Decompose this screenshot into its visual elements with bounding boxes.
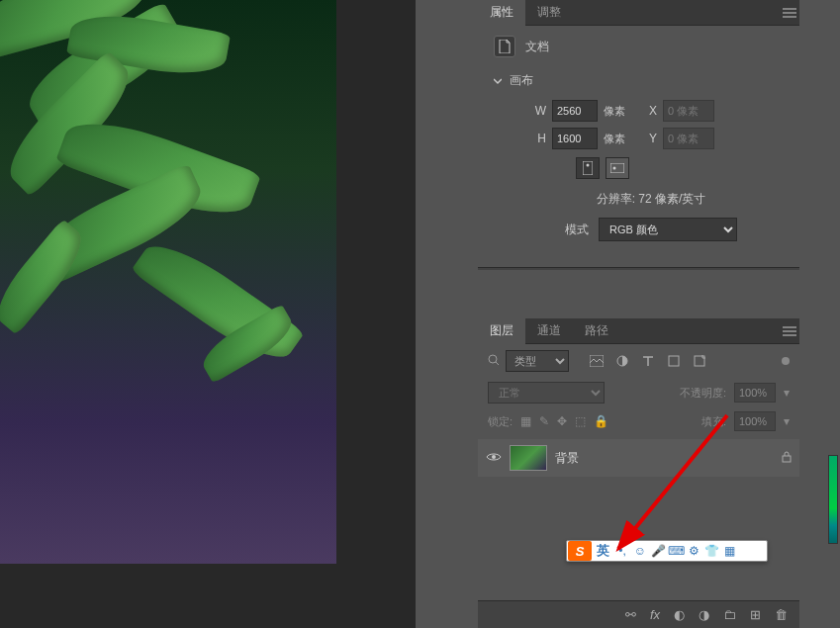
mode-label: 模式 [565, 222, 589, 238]
portrait-button[interactable] [576, 157, 600, 179]
layer-mask-icon[interactable]: ◐ [674, 607, 685, 622]
layers-footer: ⚯ fx ◐ ◑ 🗀 ⊞ 🗑 [478, 600, 799, 628]
layer-thumbnail[interactable] [510, 445, 547, 471]
layers-tabs: 图层 通道 路径 [478, 318, 799, 344]
adjustment-layer-icon[interactable]: ◑ [699, 607, 709, 622]
new-layer-icon[interactable]: ⊞ [750, 607, 761, 622]
height-label: H [528, 132, 546, 145]
canvas-section-header[interactable]: 画布 [494, 67, 784, 94]
layer-style-icon[interactable]: fx [650, 607, 660, 622]
ime-emoji-icon[interactable]: ☺ [631, 544, 649, 558]
fill-value[interactable]: 100% [734, 411, 776, 431]
ime-language[interactable]: 英 [593, 542, 613, 560]
delete-layer-icon[interactable]: 🗑 [775, 607, 788, 622]
fill-label: 填充: [701, 414, 726, 429]
color-mode-select[interactable]: RGB 颜色 [599, 218, 737, 241]
svg-rect-7 [669, 356, 679, 366]
filter-toggle[interactable] [782, 357, 790, 365]
blend-mode-select[interactable]: 正常 [488, 382, 605, 404]
filter-shape-icon[interactable] [666, 353, 682, 369]
ime-voice-icon[interactable]: 🎤 [649, 544, 667, 558]
lock-transparent-icon[interactable]: ▦ [520, 414, 531, 428]
filter-adjustment-icon[interactable] [614, 353, 630, 369]
x-label: X [639, 104, 657, 118]
y-input [663, 128, 714, 149]
svg-rect-2 [610, 163, 624, 173]
panel-menu-icon[interactable] [780, 0, 799, 26]
svg-point-9 [492, 455, 496, 459]
opacity-value[interactable]: 100% [734, 383, 776, 403]
tab-adjustments[interactable]: 调整 [525, 0, 573, 26]
filter-type-icon[interactable] [640, 353, 656, 369]
layer-lock-icon[interactable] [782, 451, 792, 466]
lock-all-icon[interactable]: 🔒 [594, 414, 608, 428]
layer-list: 背景 [478, 439, 799, 477]
lock-position-icon[interactable]: ✥ [557, 414, 567, 428]
document-canvas[interactable] [0, 0, 336, 564]
landscape-button[interactable] [606, 157, 629, 179]
ime-toolbar[interactable]: S 英 •, ☺ 🎤 ⌨ ⚙ 👕 ▦ [566, 540, 768, 562]
properties-tabs: 属性 调整 [478, 0, 799, 26]
color-indicator-bar [828, 455, 838, 544]
width-input[interactable] [552, 100, 598, 122]
filter-pixel-icon[interactable] [589, 353, 605, 369]
filter-smart-icon[interactable] [692, 353, 707, 369]
height-unit: 像素 [604, 132, 625, 146]
lock-artboard-icon[interactable]: ⬚ [575, 414, 586, 428]
link-layers-icon[interactable]: ⚯ [625, 607, 636, 622]
canvas-workspace [0, 0, 416, 628]
svg-rect-10 [783, 456, 791, 462]
lock-pixels-icon[interactable]: ✎ [539, 414, 549, 428]
document-icon [494, 36, 515, 57]
layer-row[interactable]: 背景 [478, 439, 799, 477]
layers-panel-menu-icon[interactable] [780, 318, 799, 344]
visibility-toggle-icon[interactable] [486, 451, 502, 465]
x-input [663, 100, 714, 122]
document-type-label: 文档 [525, 39, 549, 55]
ime-punct-icon[interactable]: •, [613, 544, 631, 558]
y-label: Y [639, 132, 657, 145]
ime-toolbox-icon[interactable]: ▦ [720, 544, 738, 558]
ime-settings-icon[interactable]: ⚙ [685, 544, 702, 558]
svg-point-3 [613, 167, 616, 170]
group-icon[interactable]: 🗀 [723, 607, 736, 622]
tab-channels[interactable]: 通道 [525, 318, 573, 344]
tab-paths[interactable]: 路径 [573, 318, 620, 344]
tab-properties[interactable]: 属性 [478, 0, 525, 26]
search-icon [488, 354, 500, 369]
chevron-down-icon [494, 74, 504, 88]
svg-point-1 [587, 164, 590, 167]
svg-rect-0 [583, 161, 593, 175]
ime-skin-icon[interactable]: 👕 [702, 544, 720, 558]
width-label: W [528, 104, 546, 118]
resolution-display: 分辨率: 72 像素/英寸 [528, 191, 774, 208]
svg-point-4 [489, 355, 497, 363]
ime-keyboard-icon[interactable]: ⌨ [667, 544, 685, 558]
sogou-logo-icon[interactable]: S [568, 541, 592, 561]
opacity-label: 不透明度: [680, 386, 726, 401]
lock-label: 锁定: [488, 414, 513, 429]
height-input[interactable] [552, 128, 598, 149]
canvas-section-title: 画布 [510, 72, 533, 89]
width-unit: 像素 [604, 104, 625, 119]
layer-name[interactable]: 背景 [555, 450, 579, 467]
tab-layers[interactable]: 图层 [478, 318, 525, 344]
filter-type-select[interactable]: 类型 [506, 350, 569, 372]
